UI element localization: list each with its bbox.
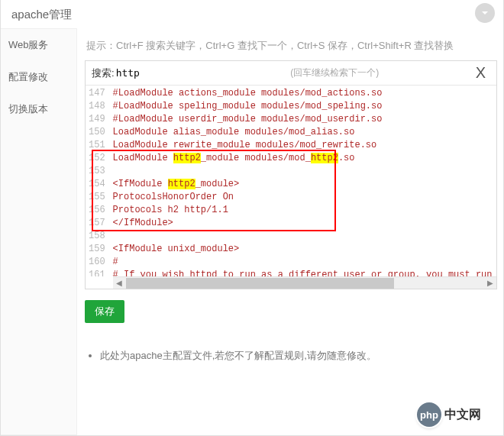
search-hint: (回车继续检索下一个)	[199, 66, 471, 79]
code-area[interactable]: #LoadModule actions_module modules/mod_a…	[110, 86, 496, 276]
scroll-right-icon[interactable]: ▶	[484, 279, 496, 287]
note-item: 此处为apache主配置文件,若您不了解配置规则,请勿随意修改。	[100, 346, 497, 366]
shortcut-hint: 提示：Ctrl+F 搜索关键字，Ctrl+G 查找下一个，Ctrl+S 保存，C…	[85, 36, 497, 60]
close-icon[interactable]: X	[471, 64, 490, 82]
code-editor: 搜索: (回车继续检索下一个) X 147 148 149 150 151 15…	[85, 60, 497, 289]
watermark-text: 中文网	[444, 407, 481, 423]
notes-list: 此处为apache主配置文件,若您不了解配置规则,请勿随意修改。	[85, 346, 497, 366]
search-bar: 搜索: (回车继续检索下一个) X	[86, 61, 496, 86]
page-title: apache管理	[1, 0, 503, 28]
search-label: 搜索:	[92, 66, 115, 80]
scroll-left-icon[interactable]: ◀	[113, 279, 125, 287]
sidebar: Web服务 配置修改 切换版本	[1, 28, 77, 435]
minimize-button[interactable]	[475, 3, 495, 23]
watermark: php 中文网	[417, 402, 481, 427]
line-gutter: 147 148 149 150 151 152 153 154 155 156 …	[86, 86, 110, 276]
search-input[interactable]	[115, 66, 199, 79]
sidebar-item-version[interactable]: 切换版本	[1, 93, 76, 125]
php-badge-icon: php	[417, 402, 441, 427]
caret-down-icon	[480, 8, 490, 18]
sidebar-item-web[interactable]: Web服务	[1, 29, 76, 61]
horizontal-scrollbar[interactable]: ◀ ▶	[113, 276, 496, 289]
scroll-thumb[interactable]	[126, 278, 394, 289]
save-button[interactable]: 保存	[85, 300, 124, 323]
sidebar-item-config[interactable]: 配置修改	[1, 61, 76, 93]
